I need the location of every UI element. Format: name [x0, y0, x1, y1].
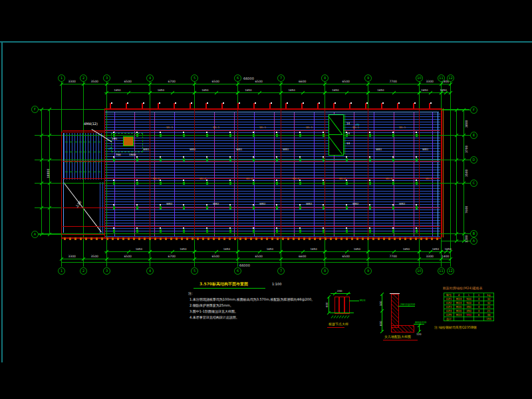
deck-hatch-line	[105, 154, 440, 154]
grid-bubble[interactable]: 9	[364, 74, 372, 82]
grid-bubble[interactable]: 1	[58, 74, 65, 82]
dim-text: 1650	[311, 247, 317, 251]
deck-hatch-line	[105, 122, 440, 122]
stud-dot	[392, 156, 394, 158]
top-connector	[174, 103, 175, 108]
stud-symbol	[229, 182, 231, 185]
stud-symbol	[346, 182, 348, 185]
top-connector	[333, 103, 334, 108]
edge-tick	[404, 237, 406, 240]
edge-tick	[410, 237, 412, 240]
grid-bubble[interactable]: 3	[103, 74, 110, 82]
dim-text: 1650	[158, 88, 164, 92]
stud-symbol	[299, 182, 301, 185]
stud-symbol	[206, 158, 208, 162]
grid-bubble[interactable]: 7	[277, 267, 285, 275]
stud-symbol	[276, 206, 278, 209]
stud-symbol	[346, 229, 348, 233]
dim-text: 3500	[91, 255, 98, 259]
edge-tick	[128, 237, 130, 240]
grid-bubble[interactable]: 8	[321, 74, 329, 82]
dim-text: 1650	[432, 247, 439, 251]
top-connector	[253, 103, 255, 108]
grid-bubble[interactable]: 1	[58, 267, 65, 275]
dim-text: 1400	[442, 255, 449, 259]
stair-landing-line	[65, 152, 102, 152]
dim-line	[464, 110, 464, 241]
grid-bubble[interactable]: 4	[146, 74, 154, 82]
deck-hatch-line	[105, 220, 440, 221]
caption-underline	[383, 340, 418, 340]
top-connector-dot	[398, 102, 400, 104]
edge-tick	[319, 237, 321, 240]
grid-bubble[interactable]: 6	[234, 74, 241, 82]
edge-tick	[192, 237, 194, 240]
grid-bubble[interactable]: 9	[364, 267, 372, 275]
row-leader	[441, 233, 473, 234]
stud-dot	[253, 132, 254, 133]
grid-bubble[interactable]: 12	[447, 267, 454, 275]
cad-viewport[interactable]: 3300350065006700650065006600650077003300…	[0, 0, 532, 399]
d2-text: 120	[416, 332, 422, 336]
top-connector-dot	[271, 102, 272, 104]
grid-bubble[interactable]: F	[31, 106, 39, 113]
grid-bubble[interactable]: A	[31, 231, 39, 238]
grid-bubble[interactable]: 10	[416, 74, 423, 82]
deck-hatch-line	[105, 194, 440, 194]
dim-text: 1100	[465, 235, 469, 242]
deck-hatch-line	[105, 146, 440, 146]
grid-bubble[interactable]: 5	[191, 74, 198, 82]
stud-dot	[206, 204, 207, 205]
grid-bubble[interactable]: 4	[146, 267, 154, 275]
table-cell	[474, 317, 484, 321]
plan-edge-top	[104, 108, 441, 110]
row-leader	[441, 110, 473, 110]
stud-symbol	[392, 182, 394, 185]
grid-bubble[interactable]: C	[470, 180, 477, 187]
stud-symbol	[299, 158, 301, 162]
grid-bubble[interactable]: 5	[191, 267, 198, 275]
grid-bubble[interactable]: A	[470, 237, 477, 245]
deck-hatch-line	[105, 199, 440, 200]
deck-hatch-line	[105, 132, 440, 133]
grid-bubble[interactable]: 8	[321, 267, 329, 275]
grid-bubble[interactable]: 7	[277, 74, 285, 82]
grid-bubble[interactable]: 2	[80, 267, 87, 275]
edge-tick	[415, 237, 417, 240]
dim-text: 6700	[168, 255, 176, 259]
dim-line	[61, 259, 450, 259]
embed-plate	[123, 136, 134, 146]
beam-line-h	[63, 226, 440, 227]
edge-tick	[69, 237, 71, 240]
member-label: WL-2	[153, 177, 160, 180]
grid-bubble[interactable]: E	[470, 132, 477, 139]
dim-text: 6600	[299, 80, 306, 84]
stud-symbol	[299, 134, 301, 137]
stud-symbol	[183, 206, 185, 209]
grid-bubble[interactable]: 10	[416, 267, 423, 275]
grid-bubble[interactable]: 3	[103, 267, 110, 275]
grid-bubble[interactable]: 11	[438, 74, 445, 82]
grid-bubble[interactable]: B	[470, 230, 477, 237]
edge-tick	[266, 237, 268, 240]
edge-tick	[96, 237, 98, 240]
stair-hatch-line	[74, 133, 75, 180]
edge-tick	[362, 237, 364, 240]
stud-symbol	[136, 182, 138, 185]
edge-tick	[144, 237, 146, 240]
edge-tick	[287, 237, 289, 240]
stud-dot	[229, 180, 231, 181]
grid-bubble[interactable]: 12	[447, 74, 454, 82]
stud-dot	[323, 132, 324, 133]
stair-landing-line	[65, 172, 102, 172]
edge-tick	[90, 237, 92, 240]
grid-bubble[interactable]: 6	[234, 267, 241, 275]
notes-header: 注:	[188, 291, 193, 295]
grid-bubble[interactable]: D	[470, 156, 477, 164]
grid-bubble[interactable]: F	[470, 106, 477, 114]
grid-bubble[interactable]: 11	[438, 267, 445, 275]
top-connector-dot	[303, 102, 304, 104]
grid-bubble[interactable]: 2	[80, 74, 87, 82]
edge-tick	[431, 237, 433, 240]
member-label: WL-2	[339, 177, 346, 180]
